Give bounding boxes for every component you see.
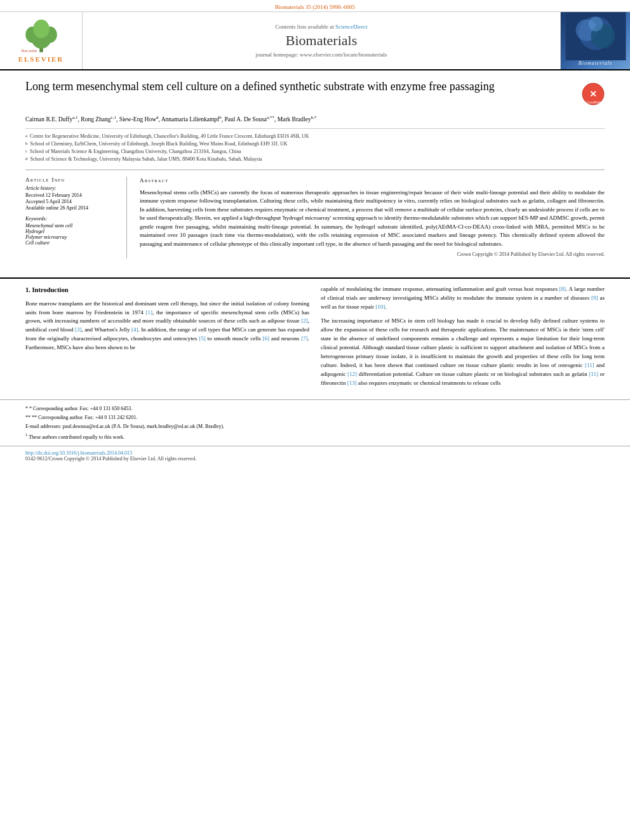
footnote-contrib: 1 These authors contributed equally to t… xyxy=(25,432,605,441)
sciencedirect-link[interactable]: ScienceDirect xyxy=(335,23,367,30)
contents-text: Contents lists available at xyxy=(276,23,334,30)
abstract-title: Abstract xyxy=(140,177,605,185)
footnote-1: * * Corresponding author. Fax: +44 0 131… xyxy=(25,405,605,413)
keyword-0: Mesenchymal stem cell xyxy=(25,223,119,229)
cover-label: Biomaterials xyxy=(579,60,612,66)
ref-10[interactable]: [10] xyxy=(375,303,385,310)
copyright-line: Crown Copyright © 2014 Published by Else… xyxy=(140,251,605,258)
contents-available-line: Contents lists available at ScienceDirec… xyxy=(276,23,368,30)
abstract-text: Mesenchymal stems cells (MSCs) are curre… xyxy=(140,189,605,249)
svg-point-10 xyxy=(588,17,603,32)
author-lilienkampf: Annamaria Lilienkampfb, xyxy=(161,116,225,123)
info-abstract-section: Article Info Article history: Received 1… xyxy=(25,170,605,258)
cover-image: Biomaterials xyxy=(561,12,630,69)
intro-para-3: The increasing importance of MSCs in ste… xyxy=(321,317,605,388)
ref-8[interactable]: [8] xyxy=(560,286,566,292)
ref-7[interactable]: [7] xyxy=(301,335,308,342)
ref-11b[interactable]: [11] xyxy=(589,371,598,377)
abstract-section: Abstract Mesenchymal stems cells (MSCs) … xyxy=(140,177,605,258)
elsevier-logo: Non solus ELSEVIER xyxy=(16,18,67,63)
article-history: Article history: Received 12 February 20… xyxy=(25,185,119,211)
ref-4[interactable]: [4] xyxy=(131,326,138,333)
journal-citation: Biomaterials 35 (2014) 5998–6005 xyxy=(275,4,355,10)
keyword-3: Cell culture xyxy=(25,240,119,246)
svg-point-4 xyxy=(33,20,50,38)
elsevier-logo-section: Non solus ELSEVIER xyxy=(0,12,83,69)
page-wrapper: Biomaterials 35 (2014) 5998–6005 Non sol… xyxy=(0,0,630,465)
journal-citation-bar: Biomaterials 35 (2014) 5998–6005 xyxy=(0,0,630,12)
ref-13[interactable]: [13] xyxy=(347,380,357,386)
ref-3[interactable]: [3] xyxy=(75,326,82,333)
section-divider xyxy=(0,277,630,279)
affil-c: c School of Materials Science & Engineer… xyxy=(25,148,605,156)
affil-b: b School of Chemistry, EaStChem, Univers… xyxy=(25,140,605,148)
keyword-1: Hydrogel xyxy=(25,229,119,234)
accepted-date: Accepted 5 April 2014 xyxy=(25,199,119,204)
keyword-2: Polymer microarray xyxy=(25,234,119,240)
available-date: Available online 26 April 2014 xyxy=(25,205,119,211)
journal-homepage: journal homepage: www.elsevier.com/locat… xyxy=(256,51,387,58)
received-date: Received 12 February 2014 xyxy=(25,192,119,198)
svg-text:CrossMark: CrossMark xyxy=(586,100,601,104)
intro-para-2: capable of modulating the immune respons… xyxy=(321,285,605,312)
introduction-heading: 1. Introduction xyxy=(25,285,309,295)
body-right-column: capable of modulating the immune respons… xyxy=(321,285,605,392)
affiliations-section: a Centre for Regenerative Medicine, Univ… xyxy=(25,128,605,163)
intro-para-1: Bone marrow transplants are the historic… xyxy=(25,300,309,353)
keywords-section: Keywords: Mesenchymal stem cell Hydrogel… xyxy=(25,216,119,246)
body-left-column: 1. Introduction Bone marrow transplants … xyxy=(25,285,309,392)
elsevier-tree-icon: Non solus xyxy=(16,18,67,53)
footnotes-section: * * Corresponding author. Fax: +44 0 131… xyxy=(0,399,630,441)
svg-text:✕: ✕ xyxy=(589,90,597,99)
ref-12[interactable]: [12] xyxy=(347,371,357,377)
journal-header-center: Contents lists available at ScienceDirec… xyxy=(83,12,560,69)
ref-1[interactable]: [1] xyxy=(145,309,152,316)
history-label: Article history: xyxy=(25,185,119,191)
author-desousa: Paul A. De Sousaa,**, xyxy=(225,116,278,123)
cover-art-icon xyxy=(564,12,627,60)
affil-a: a Centre for Regenerative Medicine, Univ… xyxy=(25,133,605,140)
article-content: Long term mesenchymal stem cell culture … xyxy=(0,70,630,271)
doi-link-line: http://dx.doi.org/10.1016/j.biomaterials… xyxy=(25,450,605,456)
ref-5[interactable]: [5] xyxy=(199,335,206,342)
footnote-email: E-mail addresses: paul.desousa@ed.ac.uk … xyxy=(25,423,605,430)
article-title: Long term mesenchymal stem cell culture … xyxy=(25,79,575,94)
keywords-label: Keywords: xyxy=(25,216,119,222)
article-info-panel: Article Info Article history: Received 1… xyxy=(25,177,127,258)
contrib-text: These authors contributed equally to thi… xyxy=(29,434,124,439)
ref-11[interactable]: [11] xyxy=(585,362,594,368)
author-zhang: Rong Zhangc,1, xyxy=(81,116,119,123)
doi-section: http://dx.doi.org/10.1016/j.biomaterials… xyxy=(0,446,630,465)
journal-cover: Biomaterials xyxy=(560,12,630,69)
crossmark-icon: ✕ CrossMark xyxy=(582,83,605,105)
elsevier-wordmark: ELSEVIER xyxy=(18,55,64,63)
doi-link[interactable]: http://dx.doi.org/10.1016/j.biomaterials… xyxy=(25,450,132,456)
ref-9[interactable]: [9] xyxy=(591,295,598,301)
title-section: Long term mesenchymal stem cell culture … xyxy=(25,79,605,109)
authors-section: Cairnan R.E. Duffya,1, Rong Zhangc,1, Si… xyxy=(25,114,605,124)
article-info-title: Article Info xyxy=(25,177,119,183)
body-content: 1. Introduction Bone marrow transplants … xyxy=(0,285,630,392)
footnote-2: ** ** Corresponding author. Fax: +44 0 1… xyxy=(25,414,605,422)
issn-line: 0142-9612/Crown Copyright © 2014 Publish… xyxy=(25,456,605,462)
journal-header: Non solus ELSEVIER Contents lists availa… xyxy=(0,12,630,70)
svg-text:Non solus: Non solus xyxy=(20,48,37,53)
author-bradley: Mark Bradleyb,* xyxy=(278,116,317,123)
journal-title: Biomaterials xyxy=(286,32,357,49)
ref-2[interactable]: [2] xyxy=(301,317,308,324)
ref-6[interactable]: [6] xyxy=(263,335,270,342)
affil-d: d School of Science & Technology, Univer… xyxy=(25,156,605,163)
author-duffy: Cairnan R.E. Duffya,1, xyxy=(25,116,81,123)
author-how: Siew-Eng Howd, xyxy=(119,116,161,123)
